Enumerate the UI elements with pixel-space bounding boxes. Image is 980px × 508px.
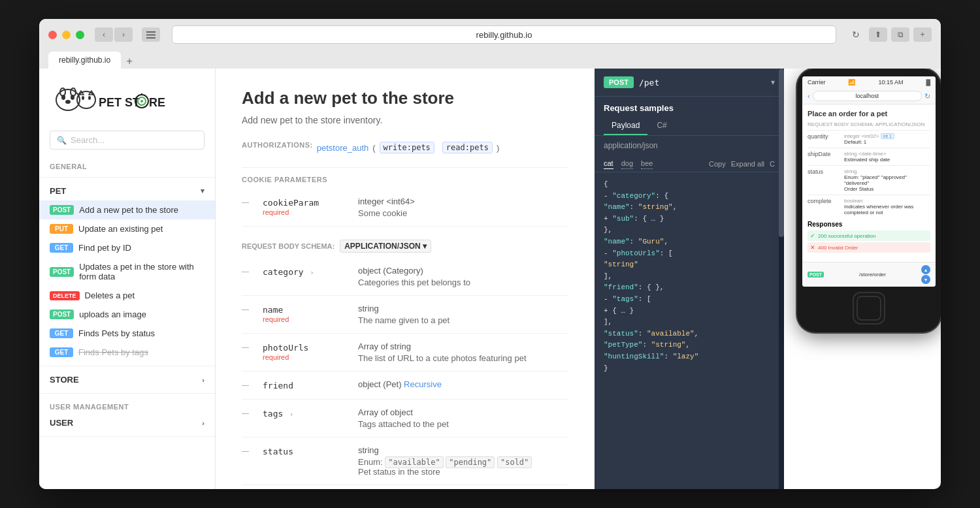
endpoint-path: /pet — [639, 78, 659, 87]
code-line: - "category": { — [604, 191, 775, 202]
collapse-button[interactable]: C — [770, 160, 775, 168]
forward-button[interactable]: › — [114, 27, 133, 42]
store-section-header[interactable]: STORE › — [39, 370, 215, 389]
sidebar-toggle-button[interactable] — [142, 27, 160, 42]
svg-point-18 — [140, 100, 143, 103]
auth-scope-write: write:pets — [380, 142, 434, 153]
nav-item-finds-pets-tags[interactable]: GET Finds Pets by tags — [39, 343, 215, 362]
user-section-header[interactable]: USER › — [39, 413, 215, 432]
store-section-label: STORE — [50, 375, 79, 385]
right-panel-scrollbar[interactable] — [779, 69, 784, 489]
request-body-label-text: REQUEST BODY SCHEMA: — [242, 242, 335, 250]
search-box[interactable]: 🔍 Search... — [50, 131, 204, 150]
active-tab[interactable]: rebilly.github.io — [48, 52, 121, 69]
phone-reload-icon[interactable]: ↻ — [924, 92, 930, 101]
phone-time: 10:15 AM — [878, 79, 903, 86]
endpoint-method-badge: POST — [604, 76, 634, 88]
browser-window: ‹ › rebilly.github.io ↻ ⬆ ⧉ + rebilly.gi… — [39, 19, 941, 489]
param-name-status: status — [263, 447, 293, 456]
user-chevron: › — [202, 419, 204, 427]
traffic-light-red[interactable] — [48, 31, 57, 39]
nav-item-add-pet[interactable]: POST Add a new pet to the store — [39, 200, 215, 219]
code-line: ], — [604, 317, 775, 328]
example-tab-cat[interactable]: cat — [604, 158, 613, 169]
param-type-friend: object (Pet) Recursive — [358, 379, 568, 389]
phone-bottom-method: POST — [808, 272, 824, 278]
nav-item-update-pet[interactable]: PUT Update an existing pet — [39, 219, 215, 238]
lang-tab-csharp[interactable]: C# — [649, 117, 674, 135]
param-desc-category: Categories this pet belongs to — [358, 278, 568, 287]
phone-field-shipdate: shipDate string <date-time> Estimated sh… — [808, 151, 930, 163]
iphone-home-button[interactable] — [853, 292, 885, 325]
scroll-up-button[interactable]: ▲ — [921, 265, 930, 274]
phone-responses-section: Responses ✓ 200 successful operation ✕ 4… — [808, 218, 930, 257]
nav-label-add-pet: Add a new pet to the store — [79, 205, 204, 215]
phone-battery-icon: ▓ — [926, 79, 930, 86]
method-badge-get-2: GET — [50, 328, 73, 338]
code-line: + "sub": { … } — [604, 214, 775, 225]
user-management-label: USER MANAGEMENT — [39, 398, 215, 413]
code-line: "string" — [604, 259, 775, 271]
traffic-light-yellow[interactable] — [62, 31, 71, 39]
param-required-photourls: required — [263, 353, 348, 361]
code-line: { — [604, 179, 775, 191]
lang-tabs: Payload C# — [595, 117, 784, 136]
endpoint-chevron: ▾ — [771, 78, 775, 87]
phone-bottom-path: /store/order — [859, 272, 886, 278]
scroll-thumb — [779, 69, 784, 237]
copy-button[interactable]: Copy — [709, 160, 726, 168]
doc-subtitle: Add new pet to the store inventory. — [242, 115, 568, 125]
scroll-indicators: ▲ ▼ — [921, 265, 930, 284]
code-line: "name": "string", — [604, 202, 775, 214]
request-samples-label: Request samples — [595, 97, 784, 117]
cookie-param-desc: Some cookie — [358, 208, 568, 218]
example-tab-dog[interactable]: dog — [621, 158, 633, 169]
mobile-device: Carrier 📶 10:15 AM ▓ ‹ localhost ↻ — [797, 69, 941, 332]
cookie-params-label: COOKIE PARAMETERS — [242, 176, 568, 183]
nav-item-updates-pet-form[interactable]: POST Updates a pet in the store with for… — [39, 257, 215, 286]
nav-item-delete-pet[interactable]: DELETE Deletes a pet — [39, 286, 215, 305]
code-line: - "photoUrls": [ — [604, 248, 775, 260]
reload-button[interactable]: ↻ — [848, 27, 864, 42]
nav-item-find-pet[interactable]: GET Find pet by ID — [39, 238, 215, 257]
param-desc-name: The name given to a pet — [358, 315, 568, 325]
url-text: rebilly.github.io — [476, 30, 532, 40]
search-placeholder: Search... — [71, 135, 105, 145]
store-chevron: › — [202, 376, 204, 384]
phone-status-bar: Carrier 📶 10:15 AM ▓ — [802, 76, 936, 88]
address-bar[interactable]: rebilly.github.io — [172, 25, 836, 44]
param-name-tags: tags › — [263, 409, 293, 419]
schema-select[interactable]: application/json ▾ — [340, 240, 431, 253]
traffic-light-green[interactable] — [76, 31, 84, 39]
phone-url-bar[interactable]: localhost — [813, 91, 922, 101]
doc-area: Add a new pet to the store Add new pet t… — [216, 69, 595, 489]
nav-label-find-pet: Find pet by ID — [78, 243, 204, 253]
lang-tab-payload[interactable]: Payload — [604, 117, 647, 135]
param-row-status: — status string Enum: "available" "pendi… — [242, 437, 568, 485]
param-name-category: category › — [263, 267, 314, 277]
svg-point-13 — [88, 96, 91, 100]
nav-item-finds-pets-status[interactable]: GET Finds Pets by status — [39, 324, 215, 343]
param-row-name: — name required string The name given to… — [242, 296, 568, 334]
example-tab-bee[interactable]: bee — [641, 158, 653, 169]
auth-scope-read: read:pets — [442, 142, 493, 153]
nav-item-uploads-image[interactable]: POST uploads an image — [39, 305, 215, 324]
scroll-down-button[interactable]: ▼ — [921, 275, 930, 284]
auth-label: AUTHORIZATIONS: — [242, 141, 313, 149]
add-tab-button[interactable]: + — [122, 54, 137, 69]
method-badge-post-3: POST — [50, 310, 74, 319]
auth-link[interactable]: petstore_auth — [317, 143, 369, 153]
cookie-param-type: integer <int64> — [358, 197, 568, 206]
expand-all-button[interactable]: Expand all — [731, 160, 764, 168]
code-line: ], — [604, 271, 775, 283]
pet-store-logo: PET ST RE — [50, 82, 167, 118]
phone-wifi-icon: 📶 — [848, 79, 855, 86]
share-button[interactable]: ⬆ — [869, 27, 887, 42]
duplicate-button[interactable]: ⧉ — [891, 27, 909, 42]
code-line: "friend": { }, — [604, 282, 775, 294]
pet-section-header[interactable]: PET ▾ — [39, 182, 215, 200]
param-type-category: object (Category) — [358, 266, 568, 276]
phone-back-icon[interactable]: ‹ — [808, 92, 810, 100]
new-tab-button[interactable]: + — [913, 27, 932, 42]
back-button[interactable]: ‹ — [95, 27, 113, 42]
